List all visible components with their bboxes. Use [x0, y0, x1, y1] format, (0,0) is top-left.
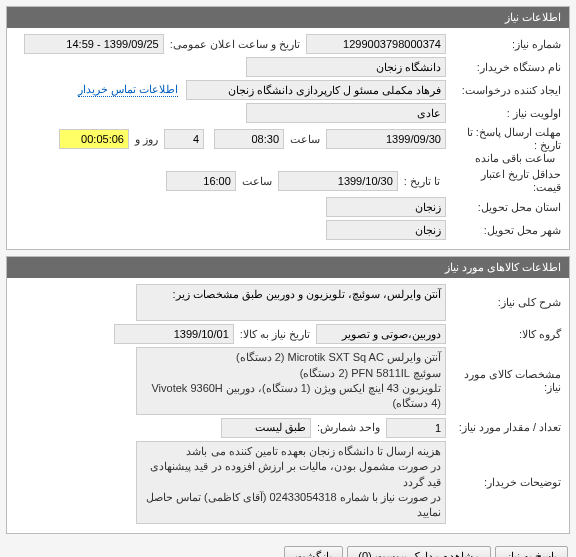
buyer-org-field [246, 57, 446, 77]
city-label: شهر محل تحویل: [446, 224, 561, 237]
notes-label: توضیحات خریدار: [446, 476, 561, 489]
need-date-label: تاریخ نیاز به کالا: [234, 328, 316, 341]
priority-field [246, 103, 446, 123]
buyer-org-label: نام دستگاه خریدار: [446, 61, 561, 74]
deadline-label: مهلت ارسال پاسخ: تا تاریخ : [446, 126, 561, 152]
need-info-panel: اطلاعات نیاز شماره نیاز: تاریخ و ساعت اع… [6, 6, 570, 250]
goods-info-panel: اطلاعات کالاهای مورد نیاز شرح کلی نیاز: … [6, 256, 570, 533]
view-docs-button[interactable]: مشاهده مدارک پیوست (0) [347, 546, 491, 557]
desc-label: شرح کلی نیاز: [446, 296, 561, 309]
time-label-1: ساعت [284, 133, 326, 146]
qty-label: تعداد / مقدار مورد نیاز: [446, 421, 561, 434]
min-credit-label: حداقل تاریخ اعتبار قیمت: [446, 168, 561, 194]
unit-label: واحد شمارش: [311, 421, 386, 434]
notes-field: هزینه ارسال تا دانشگاه زنجان بعهده تامین… [136, 441, 446, 524]
time-label-2: ساعت [236, 175, 278, 188]
need-number-label: شماره نیاز: [446, 38, 561, 51]
province-field [326, 197, 446, 217]
goods-info-title: اطلاعات کالاهای مورد نیاز [7, 257, 569, 278]
remaining-label: ساعت باقی مانده [469, 152, 561, 165]
group-label: گروه کالا: [446, 328, 561, 341]
deadline-time-field [214, 129, 284, 149]
credit-until-label: تا تاریخ : [398, 175, 446, 188]
requester-field [186, 80, 446, 100]
days-label: روز و [129, 133, 164, 146]
requester-label: ایجاد کننده درخواست: [446, 84, 561, 97]
deadline-date-field [326, 129, 446, 149]
spec-label: مشخصات کالای مورد نیاز: [446, 368, 561, 394]
action-bar: پاسخ به نیاز مشاهده مدارک پیوست (0) بازگ… [0, 540, 576, 557]
unit-field [221, 418, 311, 438]
credit-date-field [278, 171, 398, 191]
desc-field [136, 284, 446, 321]
days-field [164, 129, 204, 149]
contact-link[interactable]: اطلاعات تماس خریدار [78, 83, 178, 97]
countdown-field [59, 129, 129, 149]
group-field [316, 324, 446, 344]
announce-label: تاریخ و ساعت اعلان عمومی: [164, 38, 306, 51]
announce-field [24, 34, 164, 54]
need-number-field [306, 34, 446, 54]
city-field [326, 220, 446, 240]
spec-field: آنتن وایرلس Microtik SXT Sq AC (2 دستگاه… [136, 347, 446, 415]
respond-button[interactable]: پاسخ به نیاز [495, 546, 568, 557]
back-button[interactable]: بازگشت [284, 546, 343, 557]
need-info-title: اطلاعات نیاز [7, 7, 569, 28]
qty-field [386, 418, 446, 438]
need-date-field [114, 324, 234, 344]
credit-time-field [166, 171, 236, 191]
priority-label: اولویت نیاز : [446, 107, 561, 120]
province-label: استان محل تحویل: [446, 201, 561, 214]
